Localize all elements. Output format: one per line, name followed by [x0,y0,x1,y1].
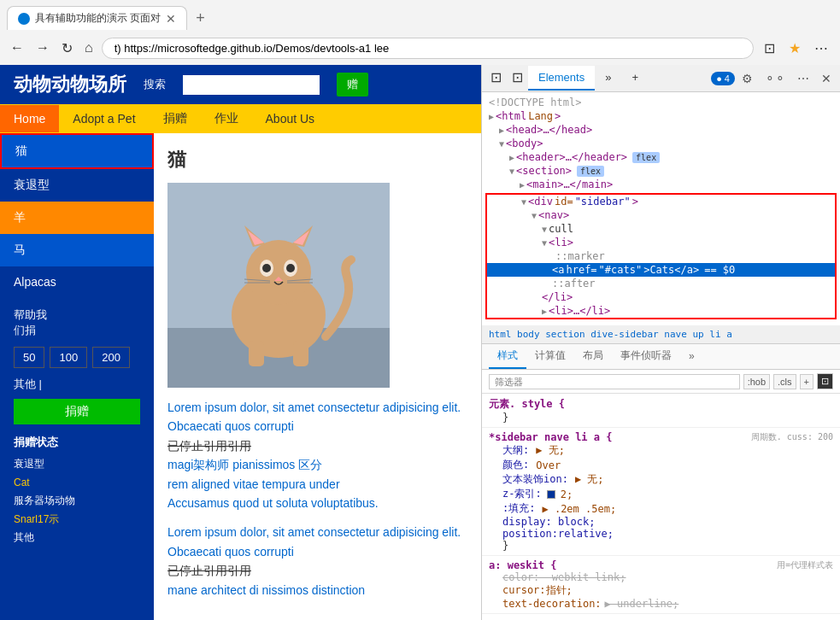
devtools-tab-elements[interactable]: Elements [528,66,595,91]
dom-a-cats[interactable]: <a href= "#cats" >Cats</a> == $0 [487,263,835,277]
nav-item-about[interactable]: About Us [252,105,329,132]
dom-li-close[interactable]: </li> [487,290,835,304]
dom-cull[interactable]: ▼ cull [487,222,835,236]
search-label: 搜索 [144,77,166,92]
devtools-cursor-icon[interactable]: ⊡ [507,66,528,91]
rule-close-2: } [489,540,833,552]
sidebar-help: 帮助我们捐 [0,297,154,342]
status-cat: Cat [14,474,140,493]
home-button[interactable]: ⌂ [81,37,97,59]
status-farm: 服务器场动物 [14,492,140,511]
donate-green-button[interactable]: 捐赠 [14,399,140,424]
favorites-icon[interactable]: ⊡ [759,37,780,60]
styles-tab-computed[interactable]: 计算值 [526,344,574,369]
sidebar-item-horse[interactable]: 马 [0,234,154,266]
site-donate-button[interactable]: 赠 [337,73,368,97]
forward-button[interactable]: → [32,37,53,59]
dom-html[interactable]: ▶ <html Lang > [485,109,837,123]
rule-webkit-text-dec: text-decoration: ▶ underline; [489,598,833,610]
rule-cursor: cursor:指针; [489,583,833,598]
donate-100-button[interactable]: 100 [50,347,87,368]
site-search-input[interactable] [183,75,320,95]
styles-panel: 元素. style { } *sidebar nave li a { 周期数. … [482,394,840,620]
styles-tab-more[interactable]: » [680,346,703,368]
status-decline: 衰退型 [14,455,140,474]
rule-close-1: } [489,412,833,424]
devtools-settings-icon[interactable]: ⚙ [737,69,758,88]
nav-item-home[interactable]: Home [0,105,59,132]
devtools-new-tab[interactable]: + [621,66,649,91]
site-header: 动物动物场所 搜索 赠 [0,65,481,104]
filter-bar: :hob .cls + ⊡ [482,370,840,394]
svg-rect-17 [249,341,264,366]
devtools-inspect-icon[interactable]: ⊡ [485,66,507,91]
dom-marker[interactable]: ::marker [487,249,835,263]
page-title: 猫 [167,147,467,173]
content-text-1: Lorem ipsum dolor, sit amet consectetur … [167,398,467,512]
styles-tab-layout[interactable]: 布局 [574,344,612,369]
refresh-button[interactable]: ↻ [58,37,76,60]
filter-add-button[interactable]: + [800,374,814,389]
nav-item-adopt[interactable]: Adopt a Pet [59,105,149,132]
rule-selector-sidebar: *sidebar nave li a { 周期数. cuss: 200 [489,431,833,443]
nav-item-work[interactable]: 作业 [201,104,252,133]
devtools-close-icon[interactable]: ✕ [816,69,837,88]
sidebar-item-sheep[interactable]: 羊 [0,202,154,234]
dom-after[interactable]: ::after [487,277,835,290]
dom-doctype[interactable]: <!DOCTYPE html> [485,96,837,109]
site-logo: 动物动物场所 [14,72,126,97]
back-button[interactable]: ← [7,37,27,59]
star-icon[interactable]: ★ [784,37,806,60]
cat-image [167,183,390,388]
filter-extra-button[interactable]: ⊡ [817,373,833,389]
devtools-more-tabs[interactable]: » [595,66,621,91]
dom-head[interactable]: ▶ <head>…</head> [485,123,837,137]
cat-svg [167,183,390,388]
dom-li-more[interactable]: ▶ <li>…</li> [487,304,835,318]
devtools-badge-icon[interactable]: ● 4 [711,72,735,85]
dom-main[interactable]: ▶ <main>…</main> [485,178,837,191]
dom-nav[interactable]: ▼ <nav> [487,208,835,222]
rule-position: position:relative; [489,528,833,540]
sidebar-item-alpacas[interactable]: Alpacas [0,266,154,297]
tab-close-btn[interactable]: ✕ [166,12,176,26]
svg-point-10 [262,264,271,272]
tab-favicon [18,13,30,25]
dom-body[interactable]: ▼ <body> [485,137,837,150]
other-amount-label: 其他 | [0,373,154,395]
devtools-dock-icon[interactable]: ⚬⚬ [760,69,790,88]
devtools-more-icon[interactable]: ⋯ [792,69,814,88]
dom-tree[interactable]: <!DOCTYPE html> ▶ <html Lang > ▶ <head>…… [482,92,840,325]
rule-outline: 大纲:▶ 无; [489,443,833,458]
address-input[interactable] [102,38,754,59]
filter-cls-button[interactable]: .cls [773,374,796,389]
dom-section[interactable]: ▼ <section> flex [485,164,837,178]
toolbar-icons: ⊡ ★ ⋯ [759,37,833,60]
dom-li[interactable]: ▼ <li> [487,236,835,249]
sidebar-item-decline[interactable]: 衰退型 [0,169,154,202]
nav-item-donate[interactable]: 捐赠 [150,104,201,133]
donate-50-button[interactable]: 50 [14,347,44,368]
filter-hob-button[interactable]: :hob [743,374,770,389]
new-tab-button[interactable]: + [191,8,210,29]
more-icon[interactable]: ⋯ [809,37,833,60]
style-rule-sidebar: *sidebar nave li a { 周期数. cuss: 200 大纲:▶… [482,428,840,556]
style-rule-webkit: a: weskit { 用=代理样式表 color: -webkit-link;… [482,556,840,614]
svg-rect-18 [293,341,308,366]
rule-display: display: block; [489,516,833,528]
dom-header[interactable]: ▶ <header>…</header> flex [485,150,837,164]
rule-text-decoration: 文本装饰ion:▶ 无; [489,472,833,487]
svg-point-3 [246,240,311,305]
rule-webkit-color: color: -webkit-link; [489,571,833,583]
dom-div-sidebar[interactable]: ▼ <div id= "sidebar" > [487,195,835,208]
active-tab[interactable]: 具有辅助功能的演示 页面对 ✕ [7,6,187,30]
rule-z-index: z-索引: 2; [489,487,833,501]
donate-200-button[interactable]: 200 [92,347,130,368]
donation-status-title: 捐赠状态 [0,428,154,453]
tab-bar: 具有辅助功能的演示 页面对 ✕ + [0,0,840,31]
sidebar-item-cats[interactable]: 猫 [0,133,154,169]
styles-tab-styles[interactable]: 样式 [489,344,526,369]
rule-selector-element: 元素. style { [489,397,833,412]
filter-input[interactable] [489,374,740,389]
styles-tab-events[interactable]: 事件侦听器 [612,344,680,369]
